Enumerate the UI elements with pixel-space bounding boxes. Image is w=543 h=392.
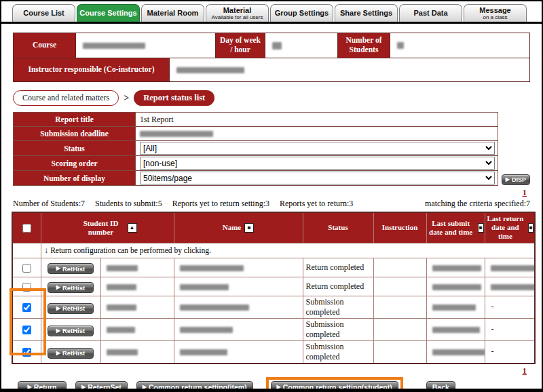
tab-group-settings[interactable]: Group Settings	[270, 4, 333, 22]
chevron-right-icon: >	[124, 93, 129, 104]
tab-course-settings[interactable]: Course Settings	[77, 4, 140, 22]
rethist-button[interactable]: ▶RetHist	[48, 303, 94, 314]
tab-message[interactable]: Messageon a class	[464, 4, 527, 22]
row-checkbox-cell	[12, 277, 41, 296]
redacted-day-value	[272, 42, 282, 50]
instruction-cell	[373, 258, 426, 277]
row-checkbox[interactable]	[22, 348, 31, 357]
tab-label: Course Settings	[79, 9, 136, 17]
tab-label: Material Room	[147, 9, 199, 17]
play-icon: ▶	[56, 328, 60, 334]
student-name-cell[interactable]	[174, 296, 303, 318]
filter-label: Report title	[14, 113, 136, 127]
student-name-cell[interactable]	[174, 258, 303, 277]
sort-icon[interactable]: ■	[478, 223, 484, 233]
col-instruction: Instruction	[373, 212, 426, 243]
button-label: Common return setting(item)	[149, 383, 247, 391]
last-return-cell: -	[485, 296, 535, 318]
filter-select[interactable]: [All]	[140, 142, 495, 155]
filter-label: Scoring order	[14, 156, 136, 171]
last-submit-cell	[426, 277, 485, 296]
footer-buttons: ▶Return▶ReternSet▶Common return setting(…	[18, 377, 542, 392]
redacted-student-id	[107, 327, 135, 333]
empty-cell	[12, 243, 41, 258]
common-return-setting-student--button[interactable]: ▶Common return setting(student)	[271, 381, 398, 392]
col-last-submit: Last submit date and time■	[426, 212, 485, 243]
play-icon: ▶	[277, 385, 281, 390]
select-all-checkbox[interactable]	[22, 224, 31, 233]
filter-select[interactable]: 50items/page	[140, 172, 495, 184]
sort-asc-icon[interactable]: ▲	[128, 223, 137, 233]
redacted-student-name-link	[180, 327, 233, 333]
play-icon: ▶	[506, 177, 510, 182]
day-of-week-label: Day of week / hour	[215, 33, 265, 58]
redacted-student-name-link	[180, 305, 249, 311]
stats-item: Reports yet to return setting:3	[172, 199, 269, 209]
play-icon: ▶	[56, 306, 60, 311]
sort-icon[interactable]: ■	[244, 223, 254, 233]
filter-value-cell: [non-use]	[136, 156, 498, 171]
col-name-label: Name	[223, 223, 242, 232]
stats-item: Reports yet to return:3	[280, 199, 353, 209]
status-cell: Return completed	[303, 277, 373, 296]
pagination-top: 1	[1, 187, 527, 198]
filter-table: Report title1st ReportSubmission deadlin…	[13, 112, 498, 186]
common-return-setting-item--button[interactable]: ▶Common return setting(item)	[136, 381, 253, 392]
rethist-label: RetHist	[62, 327, 85, 334]
tab-course-list[interactable]: Course List	[12, 4, 75, 22]
row-checkbox-cell	[12, 318, 41, 340]
tab-material[interactable]: MaterialAvailable for all users	[206, 4, 269, 22]
rethist-label: RetHist	[62, 305, 85, 312]
last-submit-cell	[426, 296, 485, 318]
redacted-student-id	[107, 265, 138, 271]
redacted-last-submit	[432, 305, 476, 311]
tab-label: Share Settings	[340, 9, 392, 17]
back-button[interactable]: Back	[426, 381, 455, 392]
return-button[interactable]: ▶Return	[18, 381, 67, 392]
tab-share-settings[interactable]: Share Settings	[335, 4, 398, 22]
page-link-top[interactable]: 1	[523, 187, 527, 197]
rethist-button[interactable]: ▶RetHist	[48, 282, 94, 293]
day-of-week-value-cell	[265, 33, 337, 58]
status-cell: Return completed	[303, 258, 373, 277]
row-checkbox[interactable]	[22, 264, 31, 273]
rethist-button[interactable]: ▶RetHist	[48, 348, 94, 359]
filter-label: Number of display	[14, 171, 136, 186]
col-status: Status	[303, 212, 373, 243]
redacted-last-submit	[432, 327, 480, 333]
student-name-cell[interactable]	[174, 318, 303, 340]
tab-sublabel: Available for all users	[212, 14, 263, 20]
instructor-label: Instructor responsible (Co-instructor)	[14, 58, 170, 81]
row-checkbox[interactable]	[22, 326, 31, 334]
student-name-cell[interactable]	[174, 277, 303, 296]
tab-past-data[interactable]: Past Data	[399, 4, 462, 22]
last-submit-cell	[426, 318, 485, 340]
student-name-cell[interactable]	[174, 340, 303, 364]
student-id-cell	[100, 318, 174, 340]
breadcrumb-parent-button[interactable]: Course and related matters	[13, 90, 119, 106]
redacted-student-id	[107, 349, 138, 355]
pagination-bottom: 1	[1, 366, 527, 376]
stats-item: Students to submit:5	[95, 199, 162, 209]
rethist-button[interactable]: ▶RetHist	[48, 326, 94, 336]
filter-label: Status	[14, 141, 136, 156]
rethist-button[interactable]: ▶RetHist	[48, 263, 94, 274]
col-last-return: Last return date and time■	[485, 212, 535, 243]
tab-material-room[interactable]: Material Room	[141, 4, 204, 22]
col-last-return-label: Last return date and time	[486, 214, 525, 241]
page-link-bottom[interactable]: 1	[523, 366, 527, 376]
disp-button[interactable]: ▶DISP	[502, 174, 530, 185]
row-checkbox-cell	[12, 340, 41, 364]
last-submit-cell	[426, 340, 485, 364]
reternset-button[interactable]: ▶ReternSet	[75, 381, 128, 392]
row-checkbox[interactable]	[22, 303, 31, 312]
filter-select[interactable]: [non-use]	[140, 157, 495, 170]
sort-icon[interactable]: ■	[528, 223, 533, 233]
rethist-label: RetHist	[62, 265, 85, 273]
student-id-cell	[100, 258, 174, 277]
redacted-last-return	[491, 284, 536, 290]
row-checkbox[interactable]	[22, 283, 31, 292]
course-info-row: Course Day of week / hour Number of Stud…	[14, 33, 529, 58]
report-table: Student ID number▲ Name■ Status Instruct…	[12, 212, 536, 364]
breadcrumb-current: Report status list	[134, 90, 214, 106]
